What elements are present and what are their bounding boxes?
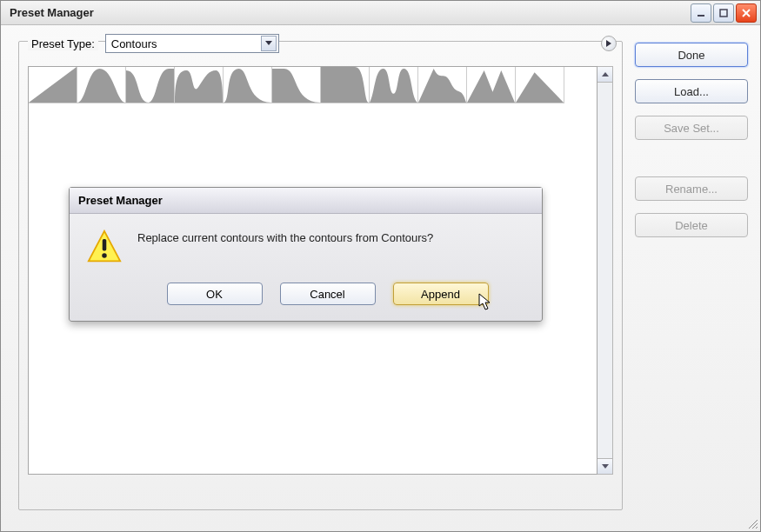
svg-marker-4: [265, 41, 272, 45]
contour-preset[interactable]: [370, 67, 418, 103]
contour-preset[interactable]: [175, 67, 224, 103]
dialog-message: Replace current contours with the contou…: [137, 229, 433, 247]
contour-preset[interactable]: [29, 67, 77, 103]
append-button[interactable]: Append: [393, 283, 489, 305]
sidebar: Done Load... Save Set... Rename... Delet…: [635, 41, 748, 519]
save-set-button: Save Set...: [635, 116, 748, 140]
scroll-up-button[interactable]: [597, 67, 612, 83]
flyout-arrow-icon: [605, 40, 612, 47]
minimize-icon: [697, 9, 705, 17]
header-spacer: [286, 43, 594, 44]
window-controls: [691, 3, 757, 23]
minimize-button[interactable]: [691, 3, 711, 23]
preset-manager-window: Preset Manager . Preset Type: Contours: [0, 0, 761, 532]
svg-marker-7: [602, 464, 609, 469]
preset-type-label: Preset Type:: [28, 37, 98, 50]
contour-preset[interactable]: [126, 67, 175, 103]
svg-rect-9: [103, 239, 107, 251]
contour-preset[interactable]: [467, 67, 516, 103]
content-area: . Preset Type: Contours: [1, 25, 760, 531]
dialog-button-row: OK Cancel Append: [70, 274, 542, 321]
done-button[interactable]: Done: [635, 43, 748, 67]
main-area: . Preset Type: Contours: [18, 41, 623, 519]
spacer: [635, 152, 748, 164]
chevron-down-icon: [261, 36, 277, 51]
resize-grip-icon[interactable]: [746, 517, 758, 529]
svg-marker-11: [479, 294, 490, 309]
svg-point-10: [102, 253, 106, 257]
cursor-icon: [477, 292, 493, 311]
vertical-scrollbar[interactable]: [597, 66, 613, 475]
cancel-button[interactable]: Cancel: [280, 283, 376, 305]
contour-preset[interactable]: [516, 67, 564, 103]
rename-button: Rename...: [635, 176, 748, 201]
contour-preset[interactable]: [224, 67, 272, 103]
svg-marker-5: [606, 40, 611, 47]
close-button[interactable]: [736, 3, 757, 23]
maximize-button[interactable]: [713, 3, 734, 23]
flyout-menu-button[interactable]: [601, 36, 617, 51]
ok-button[interactable]: OK: [167, 283, 263, 305]
dialog-title: Preset Manager: [70, 188, 542, 214]
titlebar: Preset Manager: [1, 1, 760, 25]
contour-preset[interactable]: [272, 67, 321, 103]
maximize-icon: [719, 9, 728, 17]
scroll-down-button[interactable]: [597, 458, 612, 474]
preset-type-dropdown[interactable]: Contours: [105, 34, 279, 53]
group-header: Preset Type: Contours: [28, 34, 613, 53]
window-title: Preset Manager: [10, 6, 94, 19]
append-button-label: Append: [421, 288, 460, 301]
contour-preset[interactable]: [77, 67, 126, 103]
contour-preset[interactable]: [321, 67, 370, 103]
chevron-down-icon: [602, 464, 609, 469]
svg-rect-1: [720, 10, 727, 17]
dialog-body: Replace current contours with the contou…: [70, 214, 542, 274]
delete-button: Delete: [635, 213, 748, 237]
svg-line-14: [756, 527, 758, 529]
contour-preset[interactable]: [418, 67, 467, 103]
warning-icon: [87, 229, 122, 267]
close-icon: [742, 9, 751, 17]
chevron-up-icon: [602, 72, 609, 77]
confirm-dialog: Preset Manager Replace current contours …: [69, 187, 543, 322]
preset-type-value: Contours: [111, 37, 157, 50]
load-button[interactable]: Load...: [635, 79, 748, 103]
svg-marker-6: [602, 72, 609, 76]
